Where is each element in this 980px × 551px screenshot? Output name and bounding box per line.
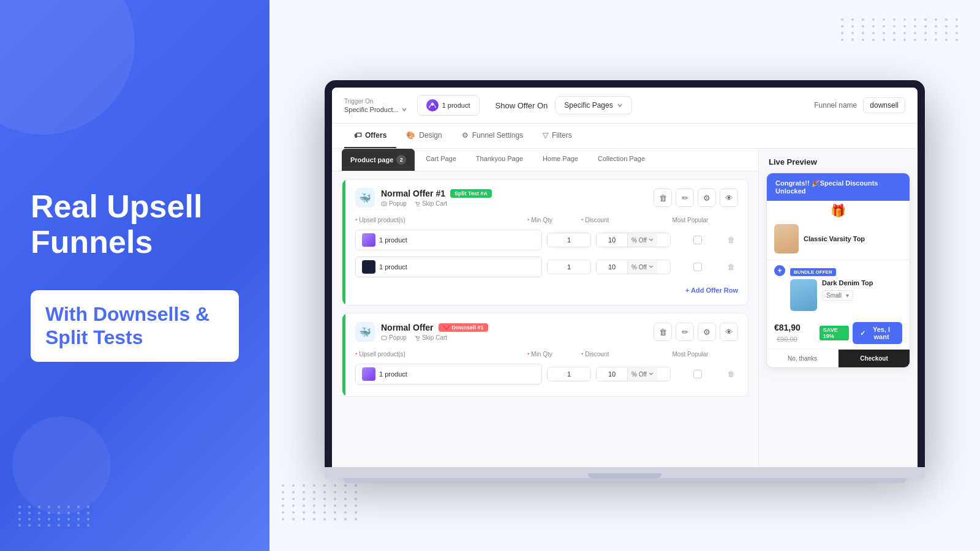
design-icon: 🎨 bbox=[406, 131, 415, 140]
row-delete-1-1[interactable]: 🗑 bbox=[725, 233, 738, 247]
offer-1-actions: 🗑 ✏ ⚙ 👁 bbox=[654, 189, 738, 207]
qty-input-2-1[interactable] bbox=[547, 367, 591, 381]
save-and-btn: SAVE 19% ✓ Yes, I want bbox=[820, 322, 902, 344]
page-tabs: Product page 2 Cart Page Thankyou Page bbox=[332, 149, 758, 171]
table-row: 1 product % Off bbox=[355, 361, 738, 388]
offer-card-1-body: 🐳 Normal Offer #1 Split Test #A bbox=[345, 179, 748, 305]
bundle-offer-area: BUNDLE OFFER Dark Denim Top Small bbox=[790, 265, 902, 311]
popup-meta-1: Popup bbox=[381, 200, 407, 207]
checkbox-1-1[interactable] bbox=[693, 236, 702, 244]
discount-unit-1-2[interactable]: % Off bbox=[627, 261, 657, 274]
sub-title-line1: With Downsells & bbox=[45, 303, 209, 325]
bundle-size[interactable]: Small ▾ bbox=[822, 290, 853, 301]
svg-point-2 bbox=[417, 205, 418, 206]
tab-filters[interactable]: ▽ Filters bbox=[533, 124, 582, 148]
edit-btn-2[interactable]: ✏ bbox=[676, 323, 694, 341]
col-header-product-2: * Upsell product(s) bbox=[355, 351, 522, 358]
funnel-name-label: Funnel name bbox=[814, 101, 857, 110]
product-count: 1 product bbox=[442, 102, 470, 109]
settings-btn-2[interactable]: ⚙ bbox=[698, 323, 716, 341]
offer-card-2: 🐳 Normal Offer Downsell #1 bbox=[342, 313, 748, 397]
row-delete-2-1[interactable]: 🗑 bbox=[725, 367, 738, 381]
discount-group-1-2: % Off bbox=[596, 260, 671, 274]
checkout-btn[interactable]: Checkout bbox=[839, 350, 910, 367]
discount-input-1-2[interactable] bbox=[597, 260, 627, 274]
laptop-frame: Trigger On Specific Product... 1 product bbox=[325, 80, 925, 483]
discount-group-2-1: % Off bbox=[596, 367, 671, 381]
checkbox-2-1[interactable] bbox=[693, 370, 702, 378]
offer-2-title-area: 🐳 Normal Offer Downsell #1 bbox=[355, 322, 488, 342]
laptop-base bbox=[325, 467, 925, 478]
save-badge: SAVE 19% bbox=[820, 326, 849, 340]
col-header-discount: * Discount bbox=[581, 217, 661, 223]
page-tab-collection[interactable]: Collection Page bbox=[589, 149, 654, 171]
col-header-product: * Upsell product(s) bbox=[355, 217, 522, 223]
no-thanks-btn[interactable]: No, thanks bbox=[767, 350, 839, 367]
table-header-1: * Upsell product(s) * Min Qty * Discount… bbox=[355, 214, 738, 227]
page-tab-thankyou[interactable]: Thankyou Page bbox=[467, 149, 532, 171]
skip-cart-meta-2: Skip Cart bbox=[414, 334, 447, 341]
bundle-product-name: Dark Denim Top bbox=[822, 279, 873, 287]
product-badge[interactable]: 1 product bbox=[417, 95, 480, 116]
split-test-badge: Split Test #A bbox=[450, 189, 492, 198]
offer-card-2-body: 🐳 Normal Offer Downsell #1 bbox=[345, 313, 748, 396]
col-header-qty: * Min Qty bbox=[527, 217, 576, 223]
discount-input-1-1[interactable] bbox=[597, 233, 627, 247]
settings-btn-1[interactable]: ⚙ bbox=[698, 189, 716, 207]
filters-icon: ▽ bbox=[543, 131, 548, 140]
live-preview-panel: Live Preview Congrats!! 🎉Special Discoun… bbox=[758, 149, 918, 467]
app-ui: Trigger On Specific Product... 1 product bbox=[332, 88, 918, 467]
price-old: €90,00 bbox=[777, 335, 797, 343]
offer-1-meta: Popup Skip Cart bbox=[381, 200, 492, 207]
col-header-popular: Most Popular bbox=[666, 217, 715, 223]
discount-unit-2-1[interactable]: % Off bbox=[627, 368, 657, 381]
preview-btn-2[interactable]: 👁 bbox=[720, 323, 738, 341]
main-content: Product page 2 Cart Page Thankyou Page bbox=[332, 149, 918, 467]
edit-btn-1[interactable]: ✏ bbox=[676, 189, 694, 207]
collection-page-label: Collection Page bbox=[598, 155, 645, 162]
tab-design[interactable]: 🎨 Design bbox=[396, 124, 451, 148]
funnel-name-input[interactable]: downsell bbox=[863, 97, 905, 113]
bundle-product-image bbox=[790, 279, 817, 311]
offer-1-title-area: 🐳 Normal Offer #1 Split Test #A bbox=[355, 188, 492, 208]
tab-funnel-settings[interactable]: ⚙ Funnel Settings bbox=[452, 124, 533, 148]
discount-input-2-1[interactable] bbox=[597, 367, 627, 381]
qty-input-1-2[interactable] bbox=[547, 260, 591, 274]
trigger-dropdown[interactable]: Specific Product... bbox=[344, 106, 407, 113]
product-name-preview-1: Classic Varsity Top bbox=[804, 235, 865, 242]
tab-offers[interactable]: 🏷 Offers bbox=[344, 124, 396, 148]
product-selector-1-2[interactable]: 1 product bbox=[355, 257, 542, 277]
product-selector-1-1[interactable]: 1 product bbox=[355, 230, 542, 250]
page-tab-product[interactable]: Product page 2 bbox=[342, 149, 415, 171]
funnel-section: Funnel name downsell bbox=[814, 97, 905, 113]
qty-input-1-1[interactable] bbox=[547, 233, 591, 247]
offer-2-icon: 🐳 bbox=[355, 322, 375, 342]
popular-check-1-1 bbox=[676, 236, 720, 244]
screen-inner: Trigger On Specific Product... 1 product bbox=[332, 88, 918, 467]
add-offer-btn-1[interactable]: + Add Offer Row bbox=[685, 287, 738, 294]
checkbox-1-2[interactable] bbox=[693, 263, 702, 271]
page-tab-cart[interactable]: Cart Page bbox=[417, 149, 465, 171]
delete-btn-1[interactable]: 🗑 bbox=[654, 189, 672, 207]
svg-point-5 bbox=[417, 339, 418, 340]
offer-2-actions: 🗑 ✏ ⚙ 👁 bbox=[654, 323, 738, 341]
specific-pages-dropdown[interactable]: Specific Pages bbox=[555, 96, 631, 114]
popular-check-1-2 bbox=[676, 263, 720, 271]
dots-decoration-br bbox=[282, 484, 361, 520]
product-thumb-1-1 bbox=[362, 233, 375, 247]
offer-2-header: 🐳 Normal Offer Downsell #1 bbox=[355, 322, 738, 342]
delete-btn-2[interactable]: 🗑 bbox=[654, 323, 672, 341]
row-delete-1-2[interactable]: 🗑 bbox=[725, 260, 738, 274]
preview-btn-1[interactable]: 👁 bbox=[720, 189, 738, 207]
offer-2-meta: Popup Skip Cart bbox=[381, 334, 488, 341]
dots-decoration-tr bbox=[841, 18, 962, 41]
top-bar: Trigger On Specific Product... 1 product bbox=[332, 88, 918, 124]
offer-card-1-inner: 🐳 Normal Offer #1 Split Test #A bbox=[342, 179, 748, 305]
svg-rect-4 bbox=[382, 336, 386, 340]
offer-1-name: Normal Offer #1 Split Test #A bbox=[381, 189, 492, 198]
product-selector-2-1[interactable]: 1 product bbox=[355, 364, 542, 384]
yes-i-want-btn[interactable]: ✓ Yes, I want bbox=[853, 322, 902, 344]
page-tab-home[interactable]: Home Page bbox=[534, 149, 587, 171]
discount-unit-1-1[interactable]: % Off bbox=[627, 234, 657, 247]
price-new: €81,90 bbox=[774, 323, 801, 332]
